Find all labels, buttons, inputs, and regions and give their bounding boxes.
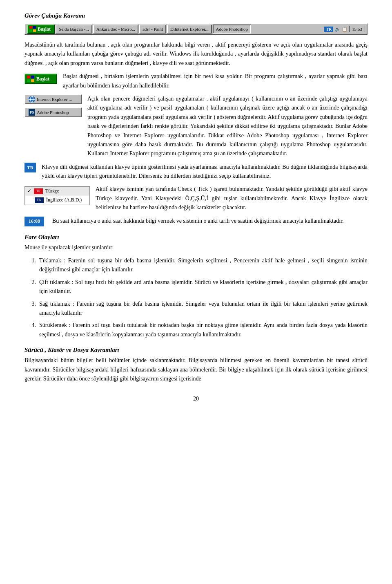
surucu-title: Sürücü , Klasör ve Dosya Kavramları [24,347,368,354]
page-title: Görev Çubuğu Kavramı [24,12,368,19]
taskbar-btn-3[interactable]: adsr - Paint [139,25,166,34]
fare-subtitle: Mouse ile yapılacak işlemler şunlardır: [24,243,368,252]
taskbar-tr-badge: TR [324,27,333,32]
ps-btn-label: Adobe Photoshop [37,110,69,115]
taskbar-btn-4-label: Dilnternet Explorer... [170,27,208,31]
svg-rect-4 [27,76,30,78]
tr-flag-icon: TR [34,188,43,194]
surucu-para: Bilgisayardaki bütün bilgiler belli bölü… [24,356,368,383]
taskbar-btn-5-label: Adobe Photoshop [216,27,248,31]
svg-rect-1 [33,26,36,29]
start-label: Başlat [38,26,51,32]
list-item-1: 1. Tıklamak : Farenin sol tuşuna bir def… [24,256,368,275]
ie-ps-row: Internet Explorer ... [24,94,82,104]
time-display[interactable]: 16:08 [24,217,44,226]
lang-list-section: ✓ TR Türkçe EN İngilizce (A.B.D.) Aktif … [24,185,368,212]
taskbar-btn-1[interactable]: Selda Başcan -... [56,25,92,34]
svg-rect-6 [27,79,30,82]
item-1-number: 1. [24,256,36,275]
clock-icon-block: 16:08 [24,217,47,226]
windows-flag-icon-2 [27,76,34,82]
ie-app-button[interactable]: Internet Explorer ... [24,94,82,104]
ps-icon: PS [29,109,35,116]
fare-olaylari-title: Fare Olayları [24,234,368,241]
taskbar-btn-1-label: Selda Başcan -... [59,27,89,31]
list-item-3: 3. Sağ tıklamak : Farenin sağ tuşuna bir… [24,300,368,318]
item-4-text: Sürüklemek : Farenin sol tuşu basılı tut… [39,321,368,339]
ps-app-button[interactable]: PS Adobe Photoshop [24,107,82,117]
taskbar-btn-5[interactable]: Adobe Photoshop [213,25,252,34]
start-section: Başlat Başlat düğmesi , birtakım işlemle… [24,72,368,90]
svg-rect-2 [29,29,32,32]
lang-item-en[interactable]: EN İngilizce (A.B.D.) [25,196,89,205]
checkmark-icon: ✓ [27,188,31,194]
app-buttons-block: Internet Explorer ... PS Adobe Photoshop [24,94,82,117]
language-dropdown: ✓ TR Türkçe EN İngilizce (A.B.D.) [24,186,90,205]
lang-item-tr[interactable]: ✓ TR Türkçe [25,187,89,196]
app-buttons-section: Internet Explorer ... PS Adobe Photoshop… [24,94,368,159]
taskbar-btn-4[interactable]: Dilnternet Explorer... [167,25,212,34]
start-button-icon-block: Başlat [24,72,57,84]
item-3-text: Sağ tıklamak : Farenin sağ tuşuna bir de… [39,300,368,318]
svg-rect-7 [31,79,34,82]
windows-flag-icon [29,26,36,32]
taskbar-icons: 🔊 📋 [335,27,347,32]
taskbar-btn-2-label: Ankara.doc - Micro... [96,27,135,31]
tr-lang-section: TR Klavye dili düğmesi kullanılan klavye… [24,163,368,181]
tr-lang-name: Türkçe [45,188,59,194]
lang-list-text: Aktif klavye isminin yan tarafında Check… [96,185,368,212]
tr-lang-button[interactable]: TR [24,163,36,172]
clock-time: 16:08 [29,218,40,224]
svg-rect-5 [31,76,34,78]
taskbar-image: Başlat Selda Başcan -... Ankara.doc - Mi… [24,23,368,35]
empty-check [27,197,32,203]
start-btn-display-label: Başlat [36,76,49,82]
lang-list-block: ✓ TR Türkçe EN İngilizce (A.B.D.) [24,185,90,205]
start-btn-display: Başlat [24,74,57,84]
en-lang-name: İngilizce (A.B.D.) [46,197,82,203]
tr-lang-label: TR [27,165,33,170]
item-3-number: 3. [24,300,36,318]
clock-text: Bu saat kullanıcıya o anki saat hakkında… [52,217,368,226]
start-button-taskbar[interactable]: Başlat [27,25,55,34]
taskbar-btn-2[interactable]: Ankara.doc - Micro... [93,25,138,34]
en-flag-icon: EN [35,197,44,203]
item-2-text: Çift tıklamak : Sol tuşu hızlı bir şekil… [39,278,368,296]
page-number: 20 [24,396,368,402]
svg-rect-3 [33,29,36,32]
item-4-number: 4. [24,321,36,339]
paragraph-1: Masaüstünün alt tarafında bulunan , açık… [24,40,368,68]
tr-lang-icon-block: TR [24,163,36,172]
ie-btn-label: Internet Explorer ... [37,97,72,102]
taskbar-right: TR 🔊 📋 15:53 [324,26,365,32]
clock-section: 16:08 Bu saat kullanıcıya o anki saat ha… [24,217,368,226]
list-item-4: 4. Sürüklemek : Farenin sol tuşu basılı … [24,321,368,339]
app-section-text: Açık olan pencere düğmeleri çalışan uygu… [87,94,368,159]
ie-svg-icon [29,96,35,103]
taskbar-clock: 15:53 [349,26,365,32]
start-section-text: Başlat düğmesi , birtakım işlemlerin yap… [63,72,368,90]
svg-rect-0 [29,26,32,29]
tr-lang-text: Klavye dili düğmesi kullanılan klavye ti… [42,163,368,181]
list-item-2: 2. Çift tıklamak : Sol tuşu hızlı bir şe… [24,278,368,296]
item-2-number: 2. [24,278,36,296]
taskbar-btn-3-label: adsr - Paint [143,27,163,31]
ie-icon [29,96,35,103]
item-1-text: Tıklamak : Farenin sol tuşuna bir defa b… [39,256,368,275]
